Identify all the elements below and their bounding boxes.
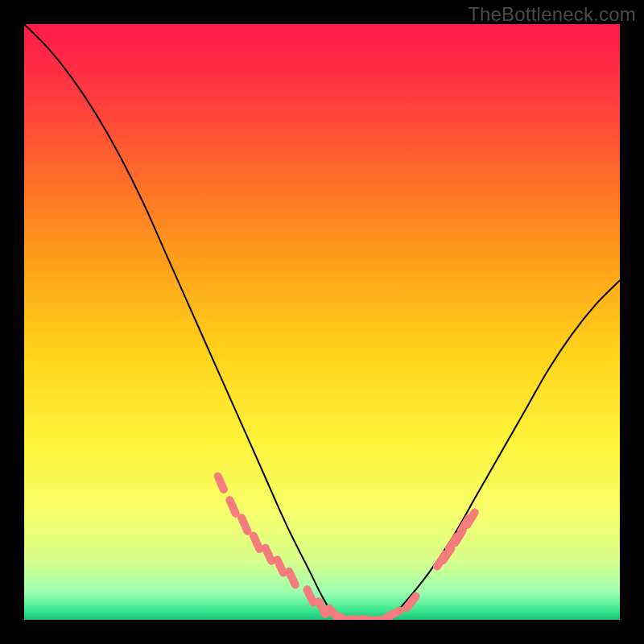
threshold-marker xyxy=(266,547,272,560)
threshold-marker xyxy=(277,559,283,572)
threshold-marker xyxy=(289,572,295,584)
threshold-marker xyxy=(307,589,313,602)
threshold-marker xyxy=(218,477,224,489)
chart-svg xyxy=(24,24,620,620)
threshold-marker xyxy=(254,536,259,549)
gradient-background xyxy=(24,24,620,620)
chart-frame: TheBottleneck.com xyxy=(0,0,644,644)
watermark-label: TheBottleneck.com xyxy=(468,3,636,26)
threshold-marker xyxy=(242,518,247,530)
threshold-marker xyxy=(229,500,235,513)
plot-area xyxy=(24,24,620,620)
